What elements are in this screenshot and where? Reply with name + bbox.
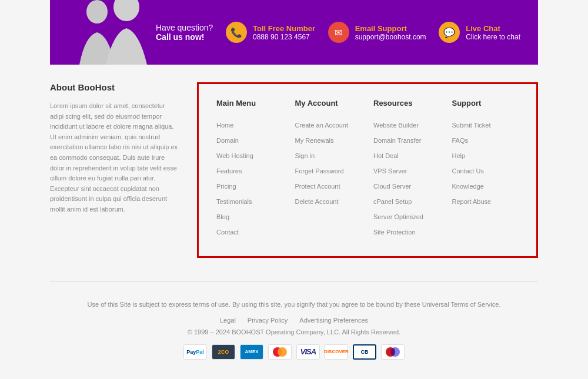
menu-link-hot-deal[interactable]: Hot Deal xyxy=(373,152,399,159)
menu-link-cpanel-setup[interactable]: cPanel Setup xyxy=(373,198,412,205)
list-item[interactable]: Delete Account xyxy=(295,196,362,206)
header-silhouette xyxy=(50,0,168,65)
list-item[interactable]: Domain Transfer xyxy=(373,135,440,145)
copyright-text: © 1999 – 2024 BOOHOST Operating Company,… xyxy=(50,328,538,336)
menu-link-cloud-server[interactable]: Cloud Server xyxy=(373,183,411,190)
list-item[interactable]: Submit Ticket xyxy=(452,119,519,130)
svg-point-1 xyxy=(113,0,139,21)
chat-icon: 💬 xyxy=(439,22,460,43)
amex-icon: AMEX xyxy=(240,344,263,360)
footer-divider xyxy=(50,281,538,282)
list-item[interactable]: Protect Account xyxy=(295,180,362,191)
list-item[interactable]: Blog xyxy=(216,211,283,222)
footer: Use of this Site is subject to express t… xyxy=(0,288,588,371)
phone-label: Toll Free Number xyxy=(253,24,315,33)
email-text: Email Support support@boohost.com xyxy=(355,24,426,41)
list-item[interactable]: Sign in xyxy=(295,150,362,160)
resources-menu-col: Resources Website Builder Domain Transfe… xyxy=(373,99,440,242)
tos-text: Use of this Site is subject to express t… xyxy=(50,300,538,310)
visa-icon: VISA xyxy=(296,344,320,360)
menu-link-domain[interactable]: Domain xyxy=(216,137,239,144)
list-item[interactable]: Features xyxy=(216,165,283,176)
list-item[interactable]: Contact Us xyxy=(452,165,519,176)
phone-icon: 📞 xyxy=(226,22,247,43)
advertising-link[interactable]: Advertising Preferences xyxy=(299,317,368,324)
legal-link[interactable]: Legal xyxy=(220,317,236,324)
svg-point-0 xyxy=(86,0,108,24)
about-text: Lorem ipsum dolor sit amet, consectetur … xyxy=(50,101,179,215)
email-icon: ✉ xyxy=(328,22,349,43)
list-item[interactable]: Web Hosting xyxy=(216,150,283,160)
main-menu-title: Main Menu xyxy=(216,99,283,110)
list-item[interactable]: Website Builder xyxy=(373,119,440,130)
maestro-icon xyxy=(381,344,405,360)
about-title: About BooHost xyxy=(50,82,179,92)
email-label: Email Support xyxy=(355,24,426,33)
menu-link-pricing[interactable]: Pricing xyxy=(216,183,236,190)
list-item[interactable]: VPS Server xyxy=(373,165,440,176)
paypal-icon: PayPal xyxy=(183,344,207,360)
cb-icon: CB xyxy=(353,344,376,360)
menu-link-faqs[interactable]: FAQs xyxy=(452,137,469,144)
phone-text: Toll Free Number 0888 90 123 4567 xyxy=(253,24,315,41)
chat-value: Click here to chat xyxy=(466,33,520,41)
phone-value: 0888 90 123 4567 xyxy=(253,33,315,41)
footer-links: Legal Privacy Policy Advertising Prefere… xyxy=(50,317,538,324)
list-item[interactable]: Knowledge xyxy=(452,180,519,191)
menu-link-delete-account[interactable]: Delete Account xyxy=(295,198,339,205)
list-item[interactable]: Help xyxy=(452,150,519,160)
payment-icons: PayPal 2CO AMEX VISA DISCOVER CB xyxy=(50,344,538,360)
list-item[interactable]: Forget Password xyxy=(295,165,362,176)
account-menu-title: My Account xyxy=(295,99,362,110)
menu-link-signin[interactable]: Sign in xyxy=(295,152,315,159)
list-item[interactable]: Cloud Server xyxy=(373,180,440,191)
menu-link-contact[interactable]: Contact xyxy=(216,229,239,236)
menu-link-help[interactable]: Help xyxy=(452,152,466,159)
svg-point-5 xyxy=(390,347,400,357)
privacy-link[interactable]: Privacy Policy xyxy=(248,317,288,324)
menu-link-protect-account[interactable]: Protect Account xyxy=(295,183,340,190)
chat-contact[interactable]: 💬 Live Chat Click here to chat xyxy=(439,22,520,43)
menu-link-features[interactable]: Features xyxy=(216,167,242,175)
list-item[interactable]: Report Abuse xyxy=(452,196,519,206)
menu-link-contact-us[interactable]: Contact Us xyxy=(452,167,484,175)
menu-link-renewals[interactable]: My Renewals xyxy=(295,137,334,144)
menu-link-forgot-password[interactable]: Forget Password xyxy=(295,167,344,175)
list-item[interactable]: Testimonials xyxy=(216,196,283,206)
menu-link-testimonials[interactable]: Testimonials xyxy=(216,198,252,205)
menu-link-vps-server[interactable]: VPS Server xyxy=(373,167,407,175)
list-item[interactable]: Contact xyxy=(216,226,283,237)
menu-link-create-account[interactable]: Create an Account xyxy=(295,122,349,129)
menu-link-domain-transfer[interactable]: Domain Transfer xyxy=(373,137,421,144)
list-item[interactable]: Domain xyxy=(216,135,283,145)
discover-icon: DISCOVER xyxy=(325,344,348,360)
list-item[interactable]: FAQs xyxy=(452,135,519,145)
list-item[interactable]: My Renewals xyxy=(295,135,362,145)
main-menu-col: Main Menu Home Domain Web Hosting Featur… xyxy=(216,99,283,242)
menu-box: Main Menu Home Domain Web Hosting Featur… xyxy=(197,82,538,258)
list-item[interactable]: Home xyxy=(216,119,283,130)
list-item[interactable]: Hot Deal xyxy=(373,150,440,160)
menu-link-submit-ticket[interactable]: Submit Ticket xyxy=(452,122,491,129)
support-menu-title: Support xyxy=(452,99,519,110)
menu-link-home[interactable]: Home xyxy=(216,122,233,129)
list-item[interactable]: Create an Account xyxy=(295,119,362,130)
svg-point-3 xyxy=(278,347,287,357)
twocheckout-icon: 2CO xyxy=(212,344,235,360)
menu-link-knowledge[interactable]: Knowledge xyxy=(452,183,484,190)
menu-link-website-builder[interactable]: Website Builder xyxy=(373,122,419,129)
list-item[interactable]: Pricing xyxy=(216,180,283,191)
chat-label: Live Chat xyxy=(466,24,520,33)
menu-link-webhosting[interactable]: Web Hosting xyxy=(216,152,253,159)
list-item[interactable]: cPanel Setup xyxy=(373,196,440,206)
mastercard-icon xyxy=(268,344,292,360)
account-menu-col: My Account Create an Account My Renewals… xyxy=(295,99,362,242)
about-section: About BooHost Lorem ipsum dolor sit amet… xyxy=(50,82,179,258)
menu-link-report-abuse[interactable]: Report Abuse xyxy=(452,198,492,205)
list-item[interactable]: Server Optimized xyxy=(373,211,440,222)
list-item[interactable]: Site Protection xyxy=(373,226,440,237)
phone-contact: 📞 Toll Free Number 0888 90 123 4567 xyxy=(226,22,315,43)
menu-link-server-optimized[interactable]: Server Optimized xyxy=(373,213,423,220)
menu-link-site-protection[interactable]: Site Protection xyxy=(373,229,416,236)
menu-link-blog[interactable]: Blog xyxy=(216,213,229,220)
